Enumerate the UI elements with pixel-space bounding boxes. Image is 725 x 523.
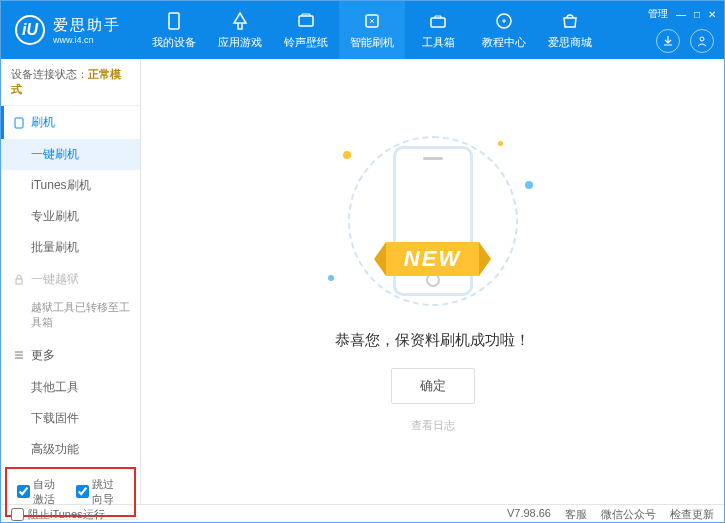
service-link[interactable]: 客服	[565, 507, 587, 522]
main-content: NEW 恭喜您，保资料刷机成功啦！ 确定 查看日志	[141, 59, 724, 504]
download-icon[interactable]	[656, 29, 680, 53]
store-icon	[560, 11, 580, 31]
auto-activate-checkbox[interactable]: 自动激活	[17, 477, 66, 507]
device-icon	[164, 11, 184, 31]
close-button[interactable]: ✕	[708, 9, 716, 20]
phone-icon	[13, 117, 25, 129]
version-label: V7.98.66	[507, 507, 551, 522]
nav-item-device[interactable]: 我的设备	[141, 1, 207, 59]
apps-icon	[230, 11, 250, 31]
logo-icon: iU	[15, 15, 45, 45]
wechat-link[interactable]: 微信公众号	[601, 507, 656, 522]
menu-button[interactable]: 管理	[648, 7, 668, 21]
sidebar-item-flash-1[interactable]: iTunes刷机	[1, 170, 140, 201]
window-controls: 管理 — □ ✕	[648, 7, 716, 21]
sidebar-item-more-0[interactable]: 其他工具	[1, 372, 140, 403]
sidebar-section-flash[interactable]: 刷机	[1, 106, 140, 139]
logo-area: iU 爱思助手 www.i4.cn	[1, 15, 141, 45]
nav-item-apps[interactable]: 应用游戏	[207, 1, 273, 59]
minimize-button[interactable]: —	[676, 9, 686, 20]
sidebar-item-flash-2[interactable]: 专业刷机	[1, 201, 140, 232]
nav-label: 工具箱	[422, 35, 455, 50]
lock-icon	[13, 274, 25, 286]
svg-rect-0	[169, 13, 179, 29]
svg-rect-3	[431, 18, 445, 27]
sidebar: 设备连接状态：正常模式 刷机 一键刷机iTunes刷机专业刷机批量刷机 一键越狱…	[1, 59, 141, 504]
connection-status: 设备连接状态：正常模式	[1, 59, 140, 106]
menu-icon	[13, 349, 25, 361]
app-url: www.i4.cn	[53, 35, 121, 45]
svg-point-5	[700, 37, 704, 41]
sidebar-section-more[interactable]: 更多	[1, 339, 140, 372]
skip-guide-checkbox[interactable]: 跳过向导	[76, 477, 125, 507]
tutorial-icon	[494, 11, 514, 31]
nav-item-tutorial[interactable]: 教程中心	[471, 1, 537, 59]
nav-label: 我的设备	[152, 35, 196, 50]
svg-rect-7	[16, 279, 22, 284]
maximize-button[interactable]: □	[694, 9, 700, 20]
user-icon[interactable]	[690, 29, 714, 53]
block-itunes-checkbox[interactable]: 阻止iTunes运行	[11, 507, 105, 522]
nav-label: 爱思商城	[548, 35, 592, 50]
nav-item-flash[interactable]: 智能刷机	[339, 1, 405, 59]
ringtone-icon	[296, 11, 316, 31]
toolbox-icon	[428, 11, 448, 31]
app-name: 爱思助手	[53, 16, 121, 35]
app-header: iU 爱思助手 www.i4.cn 我的设备应用游戏铃声壁纸智能刷机工具箱教程中…	[1, 1, 724, 59]
svg-rect-1	[299, 16, 313, 26]
sidebar-item-more-2[interactable]: 高级功能	[1, 434, 140, 465]
confirm-button[interactable]: 确定	[391, 368, 475, 404]
nav-item-ringtone[interactable]: 铃声壁纸	[273, 1, 339, 59]
flash-icon	[362, 11, 382, 31]
svg-rect-6	[15, 118, 23, 128]
success-message: 恭喜您，保资料刷机成功啦！	[335, 331, 530, 350]
update-link[interactable]: 检查更新	[670, 507, 714, 522]
new-banner: NEW	[386, 242, 479, 276]
main-nav: 我的设备应用游戏铃声壁纸智能刷机工具箱教程中心爱思商城	[141, 1, 724, 59]
sidebar-item-flash-3[interactable]: 批量刷机	[1, 232, 140, 263]
nav-label: 教程中心	[482, 35, 526, 50]
success-illustration: NEW	[303, 131, 563, 311]
sidebar-section-jailbreak: 一键越狱	[1, 263, 140, 296]
nav-label: 智能刷机	[350, 35, 394, 50]
nav-label: 铃声壁纸	[284, 35, 328, 50]
nav-label: 应用游戏	[218, 35, 262, 50]
nav-item-store[interactable]: 爱思商城	[537, 1, 603, 59]
sidebar-item-flash-0[interactable]: 一键刷机	[1, 139, 140, 170]
view-log-link[interactable]: 查看日志	[411, 418, 455, 433]
sidebar-item-more-1[interactable]: 下载固件	[1, 403, 140, 434]
nav-item-toolbox[interactable]: 工具箱	[405, 1, 471, 59]
jailbreak-note: 越狱工具已转移至工具箱	[1, 296, 140, 339]
